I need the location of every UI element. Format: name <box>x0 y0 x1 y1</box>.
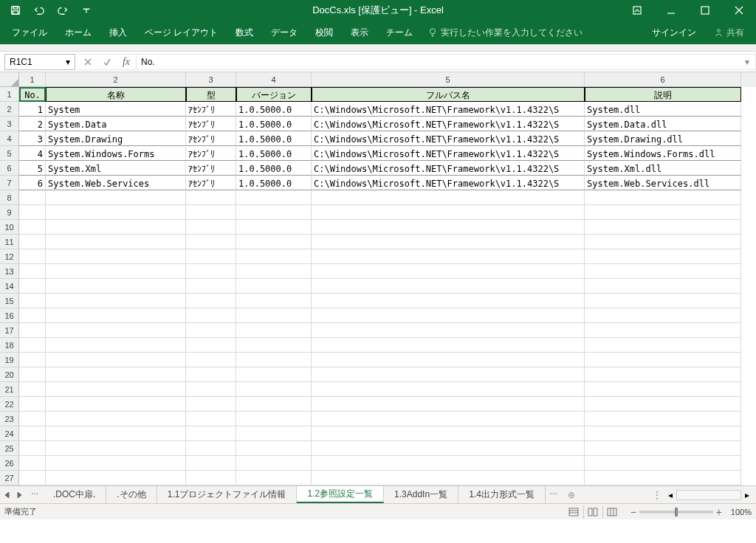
cell[interactable] <box>585 382 741 397</box>
sheet-tab[interactable]: 1.1プロジェクトファイル情報 <box>157 486 298 503</box>
grid-row[interactable]: 21 <box>0 382 756 397</box>
column-header[interactable]: 6 <box>585 72 741 87</box>
ribbon-tab-view[interactable]: 表示 <box>342 21 377 44</box>
grid-row[interactable]: 17 <box>0 323 756 338</box>
cell[interactable] <box>585 412 741 426</box>
page-layout-view-button[interactable] <box>583 505 602 519</box>
cell[interactable] <box>46 220 186 235</box>
cell[interactable] <box>312 190 585 205</box>
cell[interactable] <box>312 235 585 249</box>
cell[interactable]: 1.0.5000.0 <box>236 161 312 176</box>
cell[interactable] <box>19 264 46 279</box>
cell[interactable] <box>585 323 741 338</box>
grid-row[interactable]: 11 <box>0 235 756 249</box>
cell[interactable] <box>312 456 585 471</box>
row-header[interactable]: 6 <box>0 161 19 176</box>
ribbon-tab-file[interactable]: ファイル <box>3 21 56 44</box>
ribbon-tab-home[interactable]: ホーム <box>56 21 100 44</box>
cell[interactable] <box>236 323 312 338</box>
ribbon-options-button[interactable] <box>620 0 654 21</box>
cell[interactable] <box>46 441 186 456</box>
sheet-tabs-ellipsis-right[interactable]: ... <box>546 486 562 503</box>
cell[interactable] <box>236 382 312 397</box>
cell[interactable] <box>312 323 585 338</box>
cell[interactable]: No. <box>19 87 46 102</box>
cell[interactable]: C:\Windows\Microsoft.NET\Framework\v1.1.… <box>312 117 585 131</box>
cell[interactable] <box>19 412 46 426</box>
redo-button[interactable] <box>52 0 74 21</box>
row-header[interactable]: 1 <box>0 87 19 102</box>
cell[interactable]: C:\Windows\Microsoft.NET\Framework\v1.1.… <box>312 131 585 146</box>
cell[interactable] <box>186 412 236 426</box>
cell[interactable]: ｱｾﾝﾌﾞﾘ <box>186 117 236 131</box>
cell[interactable] <box>186 235 236 249</box>
cell[interactable]: ｱｾﾝﾌﾞﾘ <box>186 146 236 161</box>
cell[interactable] <box>46 397 186 412</box>
row-header[interactable]: 24 <box>0 426 19 441</box>
cell[interactable] <box>312 426 585 441</box>
cell[interactable] <box>46 323 186 338</box>
grid-row[interactable]: 18 <box>0 338 756 353</box>
cell[interactable]: System.Web.Services <box>46 176 186 190</box>
column-header[interactable]: 4 <box>236 72 312 87</box>
grid-row[interactable]: 23 <box>0 412 756 426</box>
cell[interactable] <box>46 382 186 397</box>
cell[interactable] <box>186 397 236 412</box>
grid-row[interactable]: 21Systemｱｾﾝﾌﾞﾘ1.0.5000.0C:\Windows\Micro… <box>0 102 756 117</box>
row-header[interactable]: 8 <box>0 190 19 205</box>
grid-row[interactable]: 13 <box>0 264 756 279</box>
cell[interactable]: バージョン <box>236 87 312 102</box>
cell[interactable] <box>46 235 186 249</box>
select-all-corner[interactable] <box>0 72 19 87</box>
cell[interactable] <box>312 412 585 426</box>
grid-row[interactable]: 27 <box>0 471 756 485</box>
cell[interactable] <box>585 190 741 205</box>
cell[interactable] <box>186 294 236 308</box>
row-header[interactable]: 7 <box>0 176 19 190</box>
cell[interactable]: System.Drawing <box>46 131 186 146</box>
close-button[interactable] <box>722 0 756 21</box>
cell[interactable] <box>19 190 46 205</box>
cell[interactable]: System.Windows.Forms.dll <box>585 146 741 161</box>
cell[interactable] <box>236 353 312 367</box>
cell[interactable]: C:\Windows\Microsoft.NET\Framework\v1.1.… <box>312 146 585 161</box>
cell[interactable] <box>236 456 312 471</box>
row-header[interactable]: 18 <box>0 338 19 353</box>
new-sheet-button[interactable]: ⊕ <box>562 486 581 503</box>
cell[interactable] <box>312 205 585 220</box>
cell[interactable] <box>236 190 312 205</box>
grid-row[interactable]: 10 <box>0 220 756 235</box>
ribbon-tab-data[interactable]: データ <box>262 21 306 44</box>
cell[interactable]: 1.0.5000.0 <box>236 176 312 190</box>
cell[interactable] <box>46 353 186 367</box>
cell[interactable]: System <box>46 102 186 117</box>
row-header[interactable]: 15 <box>0 294 19 308</box>
cell[interactable] <box>236 279 312 294</box>
grid-row[interactable]: 12 <box>0 249 756 264</box>
cell[interactable] <box>236 338 312 353</box>
cell[interactable] <box>585 367 741 382</box>
cell[interactable] <box>585 353 741 367</box>
cell[interactable] <box>312 249 585 264</box>
cell[interactable] <box>236 264 312 279</box>
cell[interactable] <box>19 382 46 397</box>
grid-row[interactable]: 19 <box>0 353 756 367</box>
zoom-thumb[interactable] <box>675 508 678 516</box>
worksheet[interactable]: 1 2 3 4 5 6 1No.名称型バージョンフルパス名説明21Systemｱ… <box>0 72 756 485</box>
ribbon-tab-team[interactable]: チーム <box>377 21 422 44</box>
grid-row[interactable]: 15 <box>0 294 756 308</box>
ribbon-tab-layout[interactable]: ページ レイアウト <box>136 21 227 44</box>
cell[interactable] <box>312 264 585 279</box>
expand-formula-bar-button[interactable]: ▾ <box>742 55 752 69</box>
cell[interactable] <box>236 308 312 323</box>
cell[interactable]: 1.0.5000.0 <box>236 146 312 161</box>
cell[interactable] <box>46 294 186 308</box>
cell[interactable]: ｱｾﾝﾌﾞﾘ <box>186 102 236 117</box>
cell[interactable]: System.Drawing.dll <box>585 131 741 146</box>
row-header[interactable]: 26 <box>0 456 19 471</box>
cell[interactable]: C:\Windows\Microsoft.NET\Framework\v1.1.… <box>312 176 585 190</box>
normal-view-button[interactable] <box>564 505 583 519</box>
cell[interactable] <box>312 382 585 397</box>
row-header[interactable]: 14 <box>0 279 19 294</box>
cell[interactable] <box>236 220 312 235</box>
